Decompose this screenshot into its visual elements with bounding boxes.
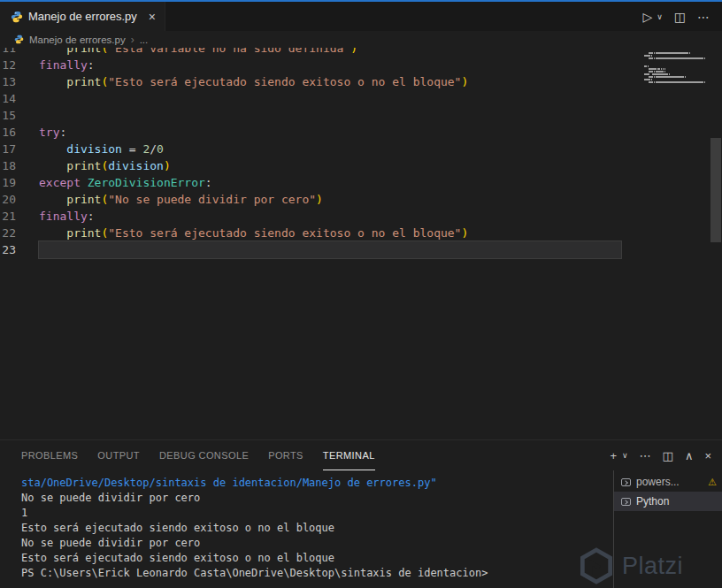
panel-tabs: PROBLEMSOUTPUTDEBUG CONSOLEPORTSTERMINAL xyxy=(21,440,375,470)
terminal-line: Esto será ejecutado siendo exitoso o no … xyxy=(21,521,613,536)
code-text: print("Esto será ejecutado siendo exitos… xyxy=(39,225,621,241)
breadcrumb-item-symbol[interactable]: ... xyxy=(140,34,149,45)
editor-tab-bar: Manejo de errores.py × ▷∨◫⋯ xyxy=(0,2,722,31)
code-line[interactable]: 22 print("Esto será ejecutado siendo exi… xyxy=(0,225,639,241)
editor-more-actions-icon[interactable]: ⋯ xyxy=(697,10,710,24)
code-text: try: xyxy=(39,124,621,141)
code-line[interactable]: 15 xyxy=(0,107,639,124)
python-file-icon xyxy=(11,11,23,23)
run-dropdown-icon[interactable]: ∨ xyxy=(657,12,663,21)
line-number: 11 xyxy=(0,48,39,57)
terminal-line: Esto será ejecutado siendo exitoso o no … xyxy=(21,551,613,566)
breadcrumb-file-icon xyxy=(14,34,24,44)
terminal-area: sta/OneDrive/Desktop/sintaxis de identac… xyxy=(0,470,722,588)
line-number: 23 xyxy=(0,241,39,258)
terminal-session-label: powers... xyxy=(636,476,703,488)
line-number: 14 xyxy=(0,90,39,107)
terminal-icon xyxy=(621,498,631,506)
tab-label: Manejo de errores.py xyxy=(28,10,137,23)
code-line[interactable]: 17 division = 2/0 xyxy=(0,141,639,157)
platzi-logo-icon xyxy=(580,547,613,584)
code-text: print("Esto será ejecutado siendo exitos… xyxy=(39,73,621,90)
code-text: print("Esta variable no ha sido definida… xyxy=(39,48,621,57)
panel-tab-ports[interactable]: PORTS xyxy=(268,440,303,470)
line-number: 18 xyxy=(0,157,39,174)
code-text: except ZeroDivisionError: xyxy=(39,174,621,191)
code-text: print("No se puede dividir por cero") xyxy=(39,191,621,208)
code-text: finally: xyxy=(39,57,621,73)
code-line[interactable]: 12finally: xyxy=(0,57,639,73)
vscode-window: Manejo de errores.py × ▷∨◫⋯ Manejo de er… xyxy=(0,0,722,588)
platzi-watermark-text: Platzi xyxy=(622,553,683,580)
new-terminal-icon[interactable]: + xyxy=(610,449,617,462)
panel-actions: +∨⋯◫∧× xyxy=(610,440,711,470)
code-text xyxy=(39,90,621,107)
line-number: 15 xyxy=(0,107,39,124)
breadcrumb: Manejo de errores.py › ... xyxy=(0,31,722,48)
warning-icon: ⚠ xyxy=(708,477,717,488)
terminal-line: 1 xyxy=(21,506,613,521)
platzi-watermark: Platzi xyxy=(580,547,683,584)
code-line[interactable]: 19except ZeroDivisionError: xyxy=(0,174,639,191)
terminal-line: PS C:\Users\Erick Leonardo Casta\OneDriv… xyxy=(21,566,613,581)
scrollbar-thumb[interactable] xyxy=(710,138,721,242)
code-line[interactable]: 23 xyxy=(0,241,639,258)
line-number: 20 xyxy=(0,191,39,208)
terminal-launch-dropdown-icon[interactable]: ∨ xyxy=(622,451,628,460)
line-number: 13 xyxy=(0,73,39,90)
bottom-panel: PROBLEMSOUTPUTDEBUG CONSOLEPORTSTERMINAL… xyxy=(0,439,722,588)
chevron-right-icon: › xyxy=(131,34,134,46)
terminal-line: sta/OneDrive/Desktop/sintaxis de identac… xyxy=(21,476,613,491)
code-text: print(division) xyxy=(39,157,621,174)
terminal-session-label: Python xyxy=(636,495,717,508)
split-terminal-icon[interactable]: ◫ xyxy=(663,449,673,462)
code-text xyxy=(39,241,621,258)
line-number: 16 xyxy=(0,124,39,141)
terminal-session-powers[interactable]: powers...⚠ xyxy=(614,472,722,492)
terminal-icon xyxy=(621,478,631,486)
code-editor[interactable]: 11 print("Esta variable no ha sido defin… xyxy=(0,48,722,439)
line-number: 21 xyxy=(0,208,39,225)
editor-scrollbar[interactable] xyxy=(710,48,722,439)
terminal-line: No se puede dividir por cero xyxy=(21,491,613,506)
code-text: division = 2/0 xyxy=(39,141,621,157)
line-number: 22 xyxy=(0,225,39,241)
close-panel-icon[interactable]: × xyxy=(704,449,711,462)
code-line[interactable]: 21finally: xyxy=(0,208,639,225)
breadcrumb-item-file[interactable]: Manejo de errores.py xyxy=(29,34,126,45)
line-number: 17 xyxy=(0,141,39,157)
code-line[interactable]: 14 xyxy=(0,90,639,107)
line-number: 19 xyxy=(0,174,39,191)
panel-header: PROBLEMSOUTPUTDEBUG CONSOLEPORTSTERMINAL… xyxy=(0,440,722,470)
code-line[interactable]: 16try: xyxy=(0,124,639,141)
terminal-session-python[interactable]: Python xyxy=(614,492,722,511)
code-line[interactable]: 13 print("Esto será ejecutado siendo exi… xyxy=(0,73,639,90)
run-python-icon[interactable]: ▷ xyxy=(642,10,652,24)
code-text xyxy=(39,107,621,124)
panel-tab-debug-console[interactable]: DEBUG CONSOLE xyxy=(159,440,249,470)
tab-manejo-de-errores[interactable]: Manejo de errores.py × xyxy=(0,2,165,31)
code-line[interactable]: 11 print("Esta variable no ha sido defin… xyxy=(0,48,639,57)
split-editor-icon[interactable]: ◫ xyxy=(674,10,686,24)
minimap[interactable] xyxy=(644,52,708,87)
code-line[interactable]: 18 print(division) xyxy=(0,157,639,174)
panel-tab-output[interactable]: OUTPUT xyxy=(97,440,140,470)
line-number: 12 xyxy=(0,57,39,73)
editor-toolbar: ▷∨◫⋯ xyxy=(642,2,722,31)
editor-lines: 11 print("Esta variable no ha sido defin… xyxy=(0,48,639,258)
terminal-output[interactable]: sta/OneDrive/Desktop/sintaxis de identac… xyxy=(0,470,613,588)
code-text: finally: xyxy=(39,208,621,225)
panel-more-actions-icon[interactable]: ⋯ xyxy=(640,449,651,462)
terminal-line: No se puede dividir por cero xyxy=(21,536,613,551)
maximize-panel-icon[interactable]: ∧ xyxy=(685,449,694,462)
panel-tab-terminal[interactable]: TERMINAL xyxy=(323,440,375,470)
panel-tab-problems[interactable]: PROBLEMS xyxy=(21,440,78,470)
tab-close-icon[interactable]: × xyxy=(149,10,156,24)
code-line[interactable]: 20 print("No se puede dividir por cero") xyxy=(0,191,639,208)
